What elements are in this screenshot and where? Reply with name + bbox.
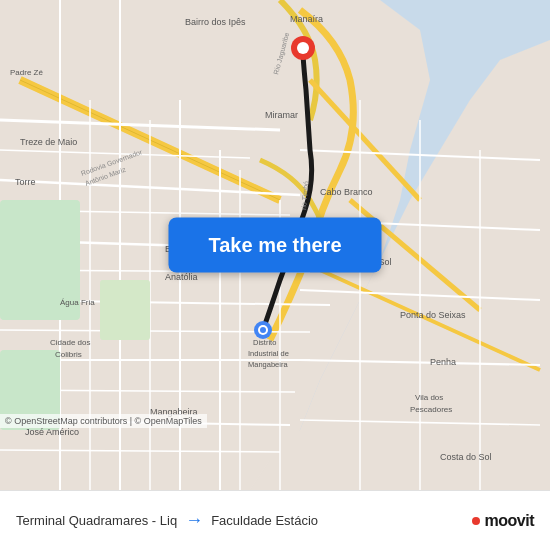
svg-text:Industrial de: Industrial de <box>248 349 289 358</box>
origin-label: Terminal Quadramares - Liq <box>16 513 177 528</box>
svg-text:Distrito: Distrito <box>253 338 276 347</box>
take-me-there-button[interactable]: Take me there <box>168 218 381 273</box>
svg-point-70 <box>260 327 266 333</box>
svg-rect-38 <box>100 280 150 340</box>
svg-text:Penha: Penha <box>430 357 456 367</box>
svg-text:Padre Zé: Padre Zé <box>10 68 43 77</box>
route-arrow-icon: → <box>185 510 203 531</box>
moovit-dot-icon <box>472 517 480 525</box>
svg-text:Mangabeira: Mangabeira <box>248 360 288 369</box>
svg-text:Colibris: Colibris <box>55 350 82 359</box>
svg-text:Cidade dos: Cidade dos <box>50 338 90 347</box>
svg-text:Cabo Branco: Cabo Branco <box>320 187 373 197</box>
svg-text:Manaíra: Manaíra <box>290 14 323 24</box>
map-container: Bairro dos Ipês Manaíra Padre Zé Treze d… <box>0 0 550 490</box>
svg-text:Treze de Maio: Treze de Maio <box>20 137 77 147</box>
route-info: Terminal Quadramares - Liq → Faculdade E… <box>16 510 318 531</box>
svg-text:Pescadores: Pescadores <box>410 405 452 414</box>
svg-text:Torre: Torre <box>15 177 36 187</box>
svg-text:Bairro dos Ipês: Bairro dos Ipês <box>185 17 246 27</box>
svg-text:Ponta do Seixas: Ponta do Seixas <box>400 310 466 320</box>
svg-text:José Américo: José Américo <box>25 427 79 437</box>
bottom-bar: Terminal Quadramares - Liq → Faculdade E… <box>0 490 550 550</box>
map-attribution: © OpenStreetMap contributors | © OpenMap… <box>0 414 207 428</box>
svg-text:Anatólia: Anatólia <box>165 272 198 282</box>
svg-text:Vila dos: Vila dos <box>415 393 443 402</box>
svg-point-67 <box>297 42 309 54</box>
moovit-logo: moovit <box>472 512 534 530</box>
destination-label: Faculdade Estácio <box>211 513 318 528</box>
svg-text:Miramar: Miramar <box>265 110 298 120</box>
moovit-brand-text: moovit <box>485 512 534 530</box>
svg-text:Água Fria: Água Fria <box>60 298 95 307</box>
svg-text:Costa do Sol: Costa do Sol <box>440 452 492 462</box>
